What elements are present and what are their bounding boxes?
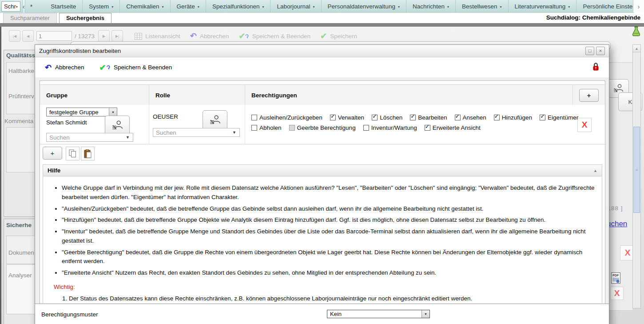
save-and-close-button[interactable]: ✔ Ɂ Speichern & Beenden bbox=[99, 64, 172, 72]
menubar-item-label: Startseite bbox=[51, 3, 76, 10]
permission-checkbox[interactable]: Eigentümer bbox=[540, 114, 578, 121]
first-record-button[interactable]: |◀ bbox=[9, 30, 20, 42]
delete-row-button[interactable]: X bbox=[577, 118, 592, 132]
checkbox-icon[interactable] bbox=[425, 125, 430, 131]
prev-record-button[interactable]: ◀ bbox=[22, 30, 34, 42]
checkbox-icon[interactable] bbox=[372, 115, 378, 120]
collapse-icon[interactable]: ▲ bbox=[593, 168, 597, 173]
permission-checkbox[interactable]: Abholen bbox=[251, 124, 282, 131]
permission-checkbox[interactable]: Hinzufügen bbox=[494, 114, 532, 121]
group-type-select[interactable]: festgelegte Gruppe ▼ bbox=[46, 108, 117, 116]
checkbox-icon[interactable] bbox=[289, 125, 295, 131]
permission-pattern-select[interactable]: Kein ▼ bbox=[327, 310, 430, 318]
checkbox-icon[interactable] bbox=[410, 115, 416, 120]
vertical-scrollbar[interactable]: ▲ ≡ bbox=[632, 44, 641, 308]
favorites-star[interactable]: * bbox=[25, 0, 37, 13]
select-group-person-button[interactable] bbox=[105, 116, 130, 135]
menubar-item[interactable]: System ▾ bbox=[83, 0, 120, 13]
checkbox-icon[interactable] bbox=[363, 125, 369, 131]
permission-checkbox[interactable]: Inventur/Wartung bbox=[363, 124, 417, 131]
role-search-combo[interactable]: Suchen ▼ bbox=[153, 128, 240, 137]
chevron-down-icon: ▼ bbox=[126, 135, 130, 140]
permission-checkbox[interactable]: Geerbte Berechtigung bbox=[289, 124, 356, 131]
permission-label: Ausleihen/Zurückgeben bbox=[259, 114, 322, 121]
permission-checkbox[interactable]: Ansehen bbox=[455, 114, 486, 121]
maximize-button[interactable]: □ bbox=[585, 47, 594, 55]
record-number-input[interactable] bbox=[36, 31, 72, 41]
history-back-button[interactable]: ‹ bbox=[22, 0, 25, 13]
permissions-line-2: Abholen Geerbte Berechtigung Inventur/Wa… bbox=[251, 124, 481, 131]
grid-icon bbox=[135, 33, 142, 40]
hook-icon: Ɂ bbox=[106, 64, 111, 71]
help-bullet: "Geerbte Berechtigung" bedeutet, daß die… bbox=[62, 248, 596, 267]
menubar-item-label: Laborjournal bbox=[277, 3, 310, 10]
menubar-item[interactable]: Startseite ▾ bbox=[44, 0, 83, 13]
add-row-button[interactable]: + bbox=[43, 147, 62, 160]
paste-button[interactable] bbox=[81, 147, 95, 160]
checkbox-icon[interactable] bbox=[494, 115, 500, 120]
chevron-down-icon: ▾ bbox=[111, 5, 113, 9]
menubar-item[interactable]: Laborjournal ▾ bbox=[270, 0, 321, 13]
checkbox-icon[interactable] bbox=[540, 115, 545, 120]
chevron-down-icon: ▾ bbox=[447, 5, 449, 9]
font-select[interactable]: Schr ▾ bbox=[1, 1, 20, 12]
cancel-button[interactable]: ↶ Abbrechen bbox=[190, 32, 229, 40]
permission-checkbox[interactable]: Bearbeiten bbox=[410, 114, 447, 121]
permission-checkbox[interactable]: Ausleihen/Zurückgeben bbox=[251, 114, 322, 121]
important-heading: Wichtig: bbox=[54, 284, 596, 290]
tab[interactable]: Suchergebnis bbox=[59, 13, 111, 23]
hook-icon: Ɂ bbox=[245, 32, 250, 40]
tab[interactable]: Suchparameter bbox=[3, 13, 57, 23]
checkbox-icon[interactable] bbox=[330, 115, 336, 120]
menubar-item-label: Spezialfunktionen bbox=[212, 3, 260, 10]
pdf-export-icon[interactable]: PDF bbox=[611, 272, 620, 285]
save-and-close-button[interactable]: ✔ Ɂ Speichern & Beenden bbox=[239, 32, 310, 40]
menubar-item[interactable]: Chemikalien ▾ bbox=[120, 0, 170, 13]
acl-table-header: Gruppe Rolle Berechtigungen + bbox=[40, 84, 605, 106]
documents-label: Dokumen bbox=[8, 249, 34, 256]
permission-checkbox[interactable]: Löschen bbox=[372, 114, 402, 121]
group-search-combo[interactable]: Suchen ▼ bbox=[46, 133, 133, 142]
chevron-down-icon: ▾ bbox=[500, 5, 502, 9]
dialog-body: Gruppe Rolle Berechtigungen + festgelegt… bbox=[40, 80, 605, 304]
help-title: Hilfe bbox=[48, 167, 60, 174]
checkbox-icon[interactable] bbox=[251, 125, 257, 131]
permission-label: Bearbeiten bbox=[418, 114, 447, 121]
save-button[interactable]: ✔ Speichern bbox=[320, 32, 357, 40]
close-button[interactable]: × bbox=[596, 47, 605, 55]
cancel-button[interactable]: ↶ Abbrechen bbox=[45, 64, 84, 72]
copy-button[interactable] bbox=[66, 147, 80, 160]
last-record-button[interactable]: ▶| bbox=[111, 30, 123, 42]
paste-icon bbox=[84, 149, 91, 158]
menubar-item[interactable]: Literaturverwaltung ▾ bbox=[509, 0, 577, 13]
window-controls: □ × bbox=[584, 47, 605, 55]
menubar-overflow-button[interactable]: › bbox=[633, 0, 644, 13]
checkbox-icon[interactable] bbox=[455, 115, 461, 120]
delete-button[interactable]: X bbox=[610, 287, 624, 300]
listview-button[interactable]: Listenansicht bbox=[135, 33, 180, 40]
checkbox-icon[interactable] bbox=[251, 115, 257, 120]
permission-checkbox[interactable]: Verwalten bbox=[330, 114, 364, 121]
permission-label: Abholen bbox=[259, 124, 282, 131]
svg-text:PDF: PDF bbox=[612, 274, 619, 277]
permission-checkbox[interactable]: Erweiterte Ansicht bbox=[425, 124, 481, 131]
menubar-item[interactable]: Geräte ▾ bbox=[171, 0, 206, 13]
record-total-label: / 13273 bbox=[75, 33, 95, 40]
menubar-items: Startseite ▾ System ▾ Chemikalien ▾ Gerä… bbox=[44, 0, 644, 13]
permission-label: Verwalten bbox=[338, 114, 364, 121]
select-role-button[interactable] bbox=[203, 110, 227, 130]
dialog-titlebar[interactable]: Zugriffskontrollisten bearbeiten □ × bbox=[35, 45, 609, 57]
add-entry-button[interactable]: + bbox=[579, 89, 599, 102]
search-link-fragment[interactable]: uchen bbox=[607, 220, 627, 228]
help-panel-header[interactable]: Hilfe ▲ bbox=[43, 165, 602, 176]
help-content: Welche Gruppe darf in Verbindung mit der… bbox=[43, 176, 602, 304]
menubar-item[interactable]: Nachrichten ▾ bbox=[406, 0, 456, 13]
next-record-button[interactable]: ▶ bbox=[98, 30, 110, 42]
menubar-item[interactable]: Personaldatenverwaltung ▾ bbox=[322, 0, 406, 13]
chevron-down-icon: ▼ bbox=[232, 130, 236, 135]
scroll-up-icon[interactable]: ▲ bbox=[633, 45, 640, 52]
scrollbar-thumb[interactable]: ≡ bbox=[633, 127, 640, 213]
menubar-item[interactable]: Spezialfunktionen ▾ bbox=[206, 0, 271, 13]
menubar-item[interactable]: Bestellwesen ▾ bbox=[456, 0, 509, 13]
undo-icon: ↶ bbox=[190, 32, 197, 40]
